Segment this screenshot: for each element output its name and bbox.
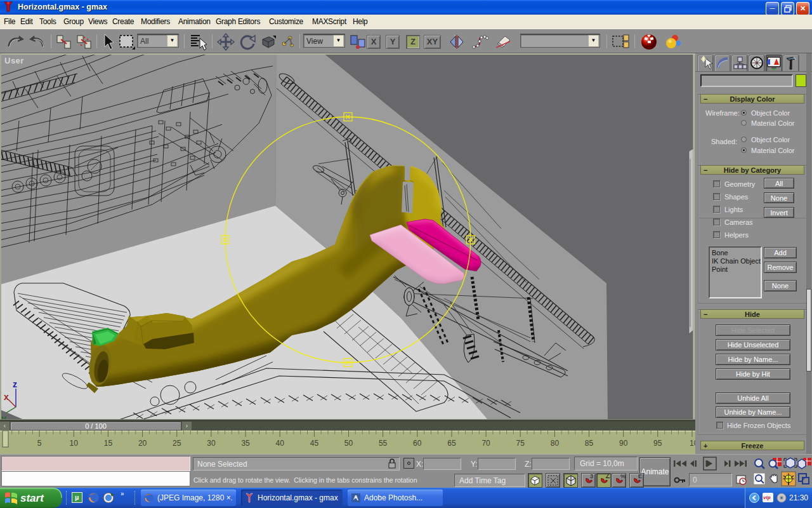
svg-text:85: 85 bbox=[585, 439, 594, 448]
svg-text:35: 35 bbox=[241, 439, 250, 448]
svg-text:start: start bbox=[20, 492, 44, 504]
svg-text:10: 10 bbox=[70, 439, 79, 448]
svg-text:90: 90 bbox=[619, 439, 628, 448]
svg-text:95: 95 bbox=[653, 439, 662, 448]
svg-text:40: 40 bbox=[276, 439, 285, 448]
svg-text:55: 55 bbox=[379, 439, 388, 448]
svg-text:65: 65 bbox=[447, 439, 456, 448]
svg-text:45: 45 bbox=[310, 439, 319, 448]
svg-text:75: 75 bbox=[516, 439, 525, 448]
svg-text:10: 10 bbox=[690, 439, 695, 448]
svg-text:15: 15 bbox=[104, 439, 113, 448]
svg-text:z: z bbox=[13, 379, 17, 389]
svg-text:x: x bbox=[4, 392, 9, 402]
svg-text:20: 20 bbox=[138, 439, 147, 448]
svg-text:5: 5 bbox=[37, 439, 42, 448]
svg-text:25: 25 bbox=[173, 439, 181, 448]
svg-text:70: 70 bbox=[481, 439, 490, 448]
svg-text:30: 30 bbox=[207, 439, 216, 448]
svg-text:60: 60 bbox=[413, 439, 422, 448]
svg-text:80: 80 bbox=[551, 439, 560, 448]
svg-text:50: 50 bbox=[344, 439, 353, 448]
